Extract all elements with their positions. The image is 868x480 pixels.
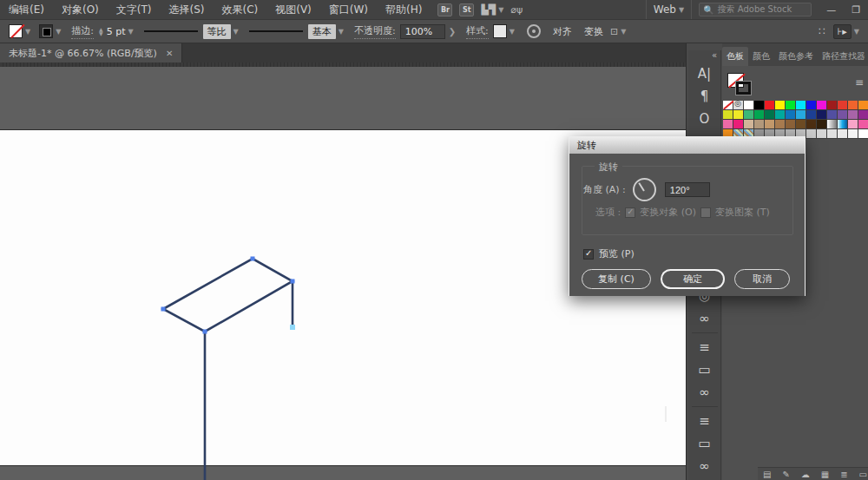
arrange-documents-icon[interactable]: ∷ [819, 25, 825, 37]
swatch-3-12[interactable] [848, 129, 858, 139]
swatch-3-13[interactable] [858, 129, 868, 139]
opacity-value[interactable]: 100% [400, 24, 445, 39]
stock-search-input[interactable]: 🔍 搜索 Adobe Stock [699, 3, 812, 16]
graphic-style-swatch[interactable] [493, 24, 507, 38]
swatch-2-7[interactable] [796, 120, 806, 129]
swatch-0-3[interactable] [754, 101, 765, 110]
stroke-color-swatch[interactable] [39, 24, 53, 38]
close-icon[interactable]: ✕ [166, 49, 173, 58]
opentype-panel-icon[interactable]: O [692, 108, 718, 129]
menu-item-5[interactable]: 视图(V) [266, 0, 320, 19]
chevron-down-icon[interactable]: ▼ [510, 28, 515, 36]
cloud-icon[interactable]: ☁ [801, 470, 810, 479]
swatch-1-1[interactable] [733, 110, 744, 120]
style-label[interactable]: 样式: [466, 24, 489, 39]
transform-button[interactable]: 变换 [584, 25, 603, 38]
swatch-1-13[interactable] [858, 110, 868, 120]
brush-icon[interactable]: ✎ [782, 470, 789, 479]
libraries-icon[interactable]: ▤ [763, 470, 771, 479]
swatch-2-5[interactable] [775, 120, 786, 129]
links-panel-icon-3[interactable]: ∞ [692, 456, 718, 477]
chevron-down-icon[interactable]: ▼ [25, 28, 30, 36]
swatch-0-5[interactable] [775, 101, 786, 110]
image-icon[interactable]: ▦ [821, 470, 829, 479]
swatch-2-0[interactable] [723, 120, 733, 129]
stroke-stepper[interactable]: ▲▼ [99, 27, 103, 36]
swatch-2-6[interactable] [786, 120, 796, 129]
chevron-down-icon[interactable]: ▼ [498, 6, 503, 14]
bridge-icon[interactable]: Br [437, 3, 452, 16]
restore-button[interactable]: ❐ [844, 4, 868, 16]
swatch-0-6[interactable] [786, 101, 796, 110]
stroke-weight-label[interactable]: 描边: [71, 24, 94, 39]
swatch-2-11[interactable] [838, 120, 848, 129]
brush-definition-value[interactable]: 基本 [308, 24, 336, 39]
align-button[interactable]: 对齐 [553, 25, 572, 38]
stroke-indicator[interactable] [736, 82, 751, 95]
fill-stroke-proxy[interactable] [727, 73, 753, 97]
artboards-panel-icon-2[interactable]: ▭ [692, 433, 718, 454]
layers-panel-icon-2[interactable]: ≡ [692, 411, 718, 431]
swatch-2-4[interactable] [765, 120, 775, 129]
transform-patterns-checkbox[interactable] [700, 207, 711, 218]
swatch-3-10[interactable] [827, 129, 838, 139]
swatch-2-9[interactable] [817, 120, 827, 129]
swatch-1-0[interactable] [723, 110, 733, 120]
swatch-1-11[interactable] [838, 110, 848, 120]
swatch-1-6[interactable] [786, 110, 796, 120]
folder-icon[interactable]: ▭ [859, 470, 867, 479]
swatch-0-10[interactable] [827, 101, 838, 110]
angle-input[interactable] [665, 182, 710, 197]
menu-item-2[interactable]: 文字(T) [108, 0, 161, 19]
panel-tab-颜色参考[interactable]: 颜色参考 [774, 47, 818, 66]
stroke-weight-value[interactable]: 5 pt [107, 26, 126, 37]
chevron-down-icon[interactable]: ▼ [621, 28, 626, 36]
width-profile-value[interactable]: 等比 [203, 24, 231, 39]
list-icon[interactable]: ≣ [840, 470, 847, 479]
character-panel-icon[interactable]: A| [692, 63, 718, 84]
swatch-1-7[interactable] [796, 110, 806, 120]
menu-item-7[interactable]: 帮助(H) [377, 0, 431, 19]
swatch-2-12[interactable] [848, 120, 858, 129]
arrange-documents-icon[interactable]: ▙▜ [481, 4, 496, 16]
chevron-down-icon[interactable]: ▼ [56, 28, 61, 36]
swatch-3-11[interactable] [838, 129, 848, 139]
minimize-button[interactable]: — [819, 4, 844, 16]
swatch-0-11[interactable] [838, 101, 848, 110]
copy-button[interactable]: 复制 (C) [582, 269, 651, 289]
swatch-1-12[interactable] [848, 110, 858, 120]
chevron-down-icon[interactable]: ▼ [233, 28, 239, 36]
ok-button[interactable]: 确定 [661, 269, 725, 289]
opacity-label[interactable]: 不透明度: [354, 24, 396, 39]
swatch-2-13[interactable] [858, 120, 868, 129]
swatch-1-3[interactable] [754, 110, 765, 120]
swatch-3-9[interactable] [817, 129, 827, 139]
swatch-1-8[interactable] [806, 110, 817, 120]
swatch-2-10[interactable] [827, 120, 838, 129]
swatch-1-4[interactable] [765, 110, 775, 120]
angle-dial[interactable] [633, 178, 656, 201]
panel-tab-路径查找器[interactable]: 路径查找器 [818, 47, 868, 66]
chevron-down-icon[interactable]: ▼ [854, 28, 859, 36]
isolate-icon[interactable]: ⊡ [610, 26, 618, 37]
panel-menu-icon[interactable]: ≡ [855, 76, 864, 89]
menu-item-1[interactable]: 对象(O) [53, 0, 108, 19]
panel-tab-颜色[interactable]: 颜色 [748, 47, 774, 66]
cancel-button[interactable]: 取消 [734, 269, 790, 289]
swatch-1-9[interactable] [817, 110, 827, 120]
recolor-artwork-icon[interactable] [527, 24, 541, 38]
swatch-2-3[interactable] [754, 120, 765, 129]
expand-panels-icon[interactable]: « [712, 50, 717, 60]
menu-item-4[interactable]: 效果(C) [213, 0, 266, 19]
swatch-0-12[interactable] [848, 101, 858, 110]
menu-item-6[interactable]: 窗口(W) [320, 0, 377, 19]
document-tab[interactable]: 未标题-1* @ 66.67% (RGB/预览) ✕ [0, 43, 182, 62]
menu-item-3[interactable]: 选择(S) [160, 0, 213, 19]
swatch-1-2[interactable] [744, 110, 754, 120]
workspace-switcher[interactable]: Web ▼ [646, 0, 692, 19]
swatch-1-5[interactable] [775, 110, 786, 120]
swatch-0-8[interactable] [806, 101, 817, 110]
menu-item-0[interactable]: 编辑(E) [0, 0, 53, 19]
preview-checkbox[interactable] [583, 249, 594, 260]
swatch-0-9[interactable] [817, 101, 827, 110]
